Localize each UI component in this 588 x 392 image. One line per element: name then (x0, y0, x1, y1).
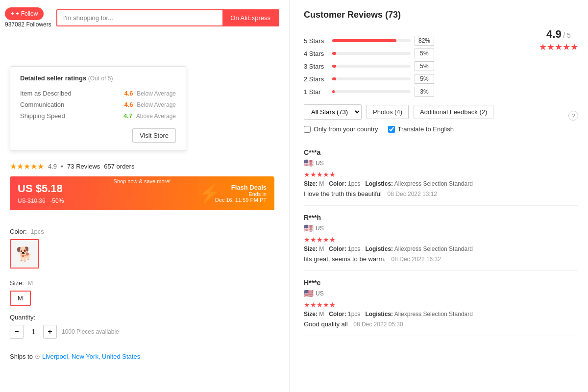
flag-icon: 🇺🇸 (304, 223, 314, 233)
follow-button[interactable]: + Follow (5, 7, 44, 20)
review-date: 08 Dec 2022 05:30 (353, 321, 403, 328)
star-bar-row: 1 Star 3% (304, 87, 578, 97)
qty-increase-button[interactable]: + (43, 325, 57, 339)
search-button[interactable]: On AliExpress (222, 10, 278, 25)
review-card: C***a 🇺🇸 US ★★★★★ Size: M Color: 1pcs Lo… (304, 141, 578, 206)
star-bar-row: 3 Stars 5% (304, 61, 578, 71)
color-section: Color: 1pcs 🐕 (10, 228, 44, 269)
filter-row: All Stars (73) Photos (4) Additional Fee… (304, 104, 578, 120)
qty-decrease-button[interactable]: − (10, 325, 24, 339)
review-text: fits great, seems to be warm. (304, 255, 386, 263)
visit-store-button[interactable]: Visit Store (132, 128, 176, 143)
flash-price-section: US $5.18 US $10.36 -50% (18, 182, 64, 204)
review-date: 08 Dec 2022 16:32 (392, 256, 441, 263)
country-filter-input[interactable] (304, 126, 311, 133)
reviews-title: Customer Reviews (73) (304, 10, 578, 20)
seller-ratings-popup: Detailed seller ratings (Out of 5) Item … (10, 66, 186, 151)
followers-count: 937082 (5, 21, 24, 28)
color-swatch[interactable]: 🐕 (10, 239, 39, 269)
star-bar-label: 4 Stars (304, 50, 328, 57)
additional-feedback-button[interactable]: Additional Feedback (2) (414, 105, 493, 119)
photos-filter-button[interactable]: Photos (4) (367, 105, 409, 119)
communication-value: 4.6 (124, 101, 133, 108)
product-rating: 4.9 (48, 163, 57, 170)
shipping-speed-row: Shipping Speed 4.7 Above Average (20, 110, 176, 122)
flash-end-info: Flash Deals Ends in Dec 16, 11:59 PM PT (215, 184, 267, 203)
size-section: Size: M M (10, 279, 33, 306)
header-bar: + Follow 937082 Followers On AliExpress (0, 0, 284, 35)
flag-icon: 🇺🇸 (304, 158, 314, 168)
review-country: US (316, 160, 324, 167)
bar-track (332, 90, 411, 93)
review-flag-row: 🇺🇸 US (304, 158, 578, 168)
review-username: C***a (304, 148, 578, 156)
review-text-row: fits great, seems to be warm. 08 Dec 202… (304, 255, 578, 263)
shipping-speed-desc: Above Average (136, 113, 176, 120)
review-stars: ★★★★★ (304, 236, 578, 244)
quantity-label: Quantity: (10, 314, 119, 321)
item-described-value: 4.6 (124, 90, 133, 97)
ships-location-link[interactable]: Liverpool, New York, United States (42, 353, 140, 360)
overall-stars: ★★★★★ (539, 42, 578, 52)
ships-to: Ships to ⊙ Liverpool, New York, United S… (10, 353, 140, 360)
stars-filter-select[interactable]: All Stars (73) (304, 104, 362, 120)
bar-pct: 3% (415, 87, 434, 97)
left-panel: + Follow 937082 Followers On AliExpress … (0, 0, 284, 392)
size-label: Size: M (10, 279, 33, 287)
right-panel: Customer Reviews (73) 4.9 / 5 ★★★★★ 5 St… (294, 0, 588, 392)
review-country: US (316, 225, 324, 232)
checkbox-row: Only from your country Translate to Engl… (304, 125, 578, 133)
review-meta: Size: M Color: 1pcs Logistics: Aliexpres… (304, 245, 578, 252)
reviews-count: 73 Reviews (67, 163, 100, 170)
item-described-row: Item as Described 4.6 Below Average (20, 88, 176, 99)
review-country: US (316, 290, 324, 297)
review-text: I love the truth this beautiful (304, 190, 382, 197)
flash-price: US $5.18 (18, 182, 64, 195)
quantity-control: − 1 + 1000 Pieces available (10, 325, 119, 339)
review-date: 08 Dec 2022 13:12 (388, 191, 437, 197)
star-bar-row: 4 Stars 5% (304, 49, 578, 58)
review-card: H***e 🇺🇸 US ★★★★★ Size: M Color: 1pcs Lo… (304, 271, 578, 336)
bar-fill (332, 90, 335, 93)
orders-count: 657 orders (104, 163, 134, 170)
star-bar-row: 2 Stars 5% (304, 74, 578, 84)
translate-label: Translate to English (398, 125, 454, 133)
location-icon: ⊙ (35, 353, 40, 360)
original-price: US $10.36 (18, 197, 46, 204)
help-icon[interactable]: ? (568, 111, 578, 121)
color-label: Color: 1pcs (10, 228, 44, 235)
translate-checkbox[interactable]: Translate to English (388, 125, 454, 133)
quantity-section: Quantity: − 1 + 1000 Pieces available (10, 314, 119, 339)
country-filter-checkbox[interactable]: Only from your country (304, 125, 378, 133)
review-text-row: I love the truth this beautiful 08 Dec 2… (304, 190, 578, 197)
ships-label: Ships to (10, 353, 33, 360)
followers-label: Followers (26, 21, 51, 28)
review-username: R***h (304, 214, 578, 221)
item-described-desc: Below Average (137, 90, 176, 97)
size-m-button[interactable]: M (10, 291, 31, 306)
review-meta: Size: M Color: 1pcs Logistics: Aliexpres… (304, 180, 578, 187)
communication-desc: Below Average (137, 101, 176, 108)
communication-row: Communication 4.6 Below Average (20, 99, 176, 110)
bar-track (332, 39, 411, 42)
review-stars: ★★★★★ (304, 171, 578, 178)
stars-row: ★★★★★ 4.9 ▾ 73 Reviews 657 orders (10, 162, 134, 171)
bar-fill (332, 65, 336, 68)
review-username: H***e (304, 279, 578, 287)
shipping-speed-value: 4.7 (123, 112, 132, 120)
flash-deal-banner: Shop now & save more! US $5.18 US $10.36… (10, 176, 274, 210)
seller-ratings-title: Detailed seller ratings (Out of 5) (20, 74, 176, 82)
bar-pct: 82% (415, 36, 434, 46)
review-flag-row: 🇺🇸 US (304, 289, 578, 298)
search-input[interactable] (57, 10, 223, 25)
translate-input[interactable] (388, 126, 395, 133)
chevron-down-icon[interactable]: ▾ (61, 164, 63, 169)
overall-denom: / 5 (563, 31, 571, 39)
review-meta: Size: M Color: 1pcs Logistics: Aliexpres… (304, 311, 578, 318)
bar-fill (332, 77, 336, 80)
bar-pct: 5% (415, 74, 434, 84)
shop-save-text: Shop now & save more! (114, 178, 171, 184)
star-bar-row: 5 Stars 82% (304, 36, 578, 46)
pieces-available: 1000 Pieces available (62, 328, 119, 335)
review-stars: ★★★★★ (304, 301, 578, 309)
